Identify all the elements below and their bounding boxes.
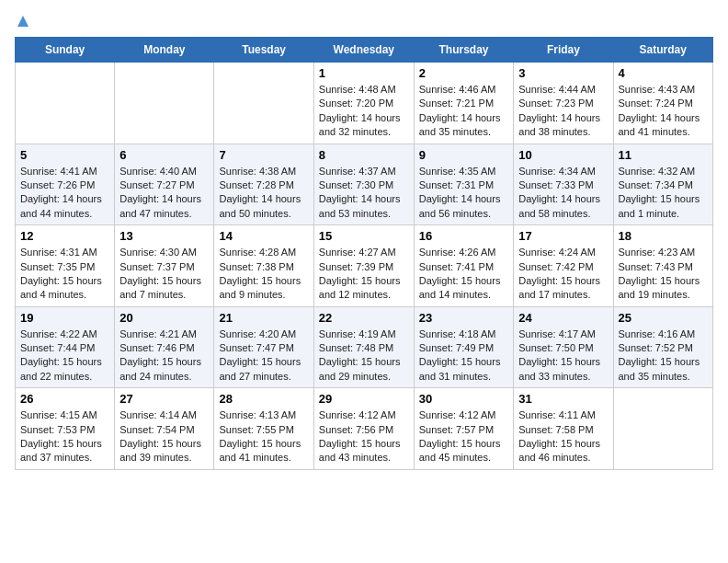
calendar-cell: 14Sunrise: 4:28 AM Sunset: 7:38 PM Dayli…	[214, 225, 313, 307]
day-number: 23	[419, 311, 509, 325]
day-info: Sunrise: 4:34 AM Sunset: 7:33 PM Dayligh…	[518, 165, 608, 222]
calendar-cell: 9Sunrise: 4:35 AM Sunset: 7:31 PM Daylig…	[414, 144, 514, 225]
day-number: 19	[20, 311, 109, 325]
day-header-saturday: Saturday	[613, 38, 713, 63]
day-info: Sunrise: 4:22 AM Sunset: 7:44 PM Dayligh…	[20, 327, 109, 385]
day-info: Sunrise: 4:46 AM Sunset: 7:21 PM Dayligh…	[419, 83, 509, 140]
calendar-cell: 19Sunrise: 4:22 AM Sunset: 7:44 PM Dayli…	[16, 306, 115, 388]
calendar-cell: 4Sunrise: 4:43 AM Sunset: 7:24 PM Daylig…	[613, 63, 713, 144]
day-header-wednesday: Wednesday	[313, 38, 414, 63]
day-number: 9	[419, 148, 509, 162]
day-info: Sunrise: 4:37 AM Sunset: 7:30 PM Dayligh…	[319, 165, 409, 222]
day-number: 27	[119, 392, 209, 406]
day-info: Sunrise: 4:23 AM Sunset: 7:43 PM Dayligh…	[619, 246, 709, 303]
day-info: Sunrise: 4:38 AM Sunset: 7:28 PM Dayligh…	[219, 165, 308, 222]
calendar-cell: 15Sunrise: 4:27 AM Sunset: 7:39 PM Dayli…	[313, 225, 414, 307]
day-info: Sunrise: 4:44 AM Sunset: 7:23 PM Dayligh…	[518, 83, 608, 140]
day-info: Sunrise: 4:27 AM Sunset: 7:39 PM Dayligh…	[319, 246, 409, 303]
calendar-table: SundayMondayTuesdayWednesdayThursdayFrid…	[15, 37, 713, 470]
calendar-cell	[16, 63, 115, 144]
day-number: 5	[20, 148, 109, 162]
day-info: Sunrise: 4:12 AM Sunset: 7:57 PM Dayligh…	[419, 408, 509, 465]
calendar-cell: 22Sunrise: 4:19 AM Sunset: 7:48 PM Dayli…	[313, 306, 414, 388]
calendar-cell: 30Sunrise: 4:12 AM Sunset: 7:57 PM Dayli…	[414, 388, 514, 470]
day-number: 4	[619, 66, 709, 80]
calendar-cell: 12Sunrise: 4:31 AM Sunset: 7:35 PM Dayli…	[16, 225, 115, 307]
calendar-cell: 10Sunrise: 4:34 AM Sunset: 7:33 PM Dayli…	[514, 144, 613, 225]
day-number: 31	[518, 392, 608, 406]
svg-marker-0	[17, 16, 28, 27]
day-number: 16	[419, 229, 509, 243]
calendar-cell: 16Sunrise: 4:26 AM Sunset: 7:41 PM Dayli…	[414, 225, 514, 307]
day-info: Sunrise: 4:35 AM Sunset: 7:31 PM Dayligh…	[419, 165, 509, 222]
calendar-cell: 8Sunrise: 4:37 AM Sunset: 7:30 PM Daylig…	[313, 144, 414, 225]
day-number: 15	[319, 229, 409, 243]
day-info: Sunrise: 4:31 AM Sunset: 7:35 PM Dayligh…	[20, 246, 109, 303]
day-number: 28	[219, 392, 308, 406]
calendar-cell: 23Sunrise: 4:18 AM Sunset: 7:49 PM Dayli…	[414, 306, 514, 388]
calendar-cell: 2Sunrise: 4:46 AM Sunset: 7:21 PM Daylig…	[414, 63, 514, 144]
day-info: Sunrise: 4:32 AM Sunset: 7:34 PM Dayligh…	[619, 165, 709, 222]
day-number: 13	[119, 229, 209, 243]
day-number: 1	[319, 66, 409, 80]
day-info: Sunrise: 4:21 AM Sunset: 7:46 PM Dayligh…	[119, 327, 209, 385]
day-number: 2	[419, 66, 509, 80]
day-number: 24	[518, 311, 608, 325]
day-number: 18	[619, 229, 709, 243]
calendar-week-1: 1Sunrise: 4:48 AM Sunset: 7:20 PM Daylig…	[16, 63, 713, 144]
day-number: 3	[518, 66, 608, 80]
logo-arrow-icon	[17, 15, 29, 31]
day-number: 20	[119, 311, 209, 325]
day-number: 29	[319, 392, 409, 406]
calendar-cell: 13Sunrise: 4:30 AM Sunset: 7:37 PM Dayli…	[115, 225, 214, 307]
day-info: Sunrise: 4:24 AM Sunset: 7:42 PM Dayligh…	[518, 246, 608, 303]
day-number: 26	[20, 392, 109, 406]
day-info: Sunrise: 4:18 AM Sunset: 7:49 PM Dayligh…	[419, 327, 509, 385]
day-number: 7	[219, 148, 308, 162]
day-number: 21	[219, 311, 308, 325]
calendar-cell: 28Sunrise: 4:13 AM Sunset: 7:55 PM Dayli…	[214, 388, 313, 470]
day-info: Sunrise: 4:17 AM Sunset: 7:50 PM Dayligh…	[518, 327, 608, 385]
day-info: Sunrise: 4:11 AM Sunset: 7:58 PM Dayligh…	[518, 408, 608, 465]
calendar-cell: 25Sunrise: 4:16 AM Sunset: 7:52 PM Dayli…	[613, 306, 713, 388]
day-number: 25	[619, 311, 709, 325]
calendar-cell: 17Sunrise: 4:24 AM Sunset: 7:42 PM Dayli…	[514, 225, 613, 307]
day-number: 17	[518, 229, 608, 243]
day-info: Sunrise: 4:14 AM Sunset: 7:54 PM Dayligh…	[119, 408, 209, 465]
calendar-cell: 21Sunrise: 4:20 AM Sunset: 7:47 PM Dayli…	[214, 306, 313, 388]
day-number: 11	[619, 148, 709, 162]
calendar-cell: 3Sunrise: 4:44 AM Sunset: 7:23 PM Daylig…	[514, 63, 613, 144]
calendar-cell: 24Sunrise: 4:17 AM Sunset: 7:50 PM Dayli…	[514, 306, 613, 388]
day-info: Sunrise: 4:40 AM Sunset: 7:27 PM Dayligh…	[119, 165, 209, 222]
calendar-cell	[214, 63, 313, 144]
day-number: 10	[518, 148, 608, 162]
day-info: Sunrise: 4:41 AM Sunset: 7:26 PM Dayligh…	[20, 165, 109, 222]
day-header-thursday: Thursday	[414, 38, 514, 63]
day-info: Sunrise: 4:43 AM Sunset: 7:24 PM Dayligh…	[619, 83, 709, 140]
calendar-cell: 29Sunrise: 4:12 AM Sunset: 7:56 PM Dayli…	[313, 388, 414, 470]
day-number: 6	[119, 148, 209, 162]
logo	[15, 15, 29, 31]
calendar-cell: 27Sunrise: 4:14 AM Sunset: 7:54 PM Dayli…	[115, 388, 214, 470]
calendar-cell: 5Sunrise: 4:41 AM Sunset: 7:26 PM Daylig…	[16, 144, 115, 225]
day-info: Sunrise: 4:19 AM Sunset: 7:48 PM Dayligh…	[319, 327, 409, 385]
day-info: Sunrise: 4:48 AM Sunset: 7:20 PM Dayligh…	[319, 83, 409, 140]
day-header-sunday: Sunday	[16, 38, 115, 63]
day-info: Sunrise: 4:13 AM Sunset: 7:55 PM Dayligh…	[219, 408, 308, 465]
calendar-cell	[613, 388, 713, 470]
day-number: 12	[20, 229, 109, 243]
day-info: Sunrise: 4:26 AM Sunset: 7:41 PM Dayligh…	[419, 246, 509, 303]
day-number: 22	[319, 311, 409, 325]
calendar-cell: 31Sunrise: 4:11 AM Sunset: 7:58 PM Dayli…	[514, 388, 613, 470]
calendar-week-5: 26Sunrise: 4:15 AM Sunset: 7:53 PM Dayli…	[16, 388, 713, 470]
day-info: Sunrise: 4:16 AM Sunset: 7:52 PM Dayligh…	[619, 327, 709, 385]
day-header-friday: Friday	[514, 38, 613, 63]
calendar-cell: 11Sunrise: 4:32 AM Sunset: 7:34 PM Dayli…	[613, 144, 713, 225]
calendar-header-row: SundayMondayTuesdayWednesdayThursdayFrid…	[16, 38, 713, 63]
calendar-cell: 26Sunrise: 4:15 AM Sunset: 7:53 PM Dayli…	[16, 388, 115, 470]
header	[15, 15, 713, 31]
calendar-week-2: 5Sunrise: 4:41 AM Sunset: 7:26 PM Daylig…	[16, 144, 713, 225]
day-header-tuesday: Tuesday	[214, 38, 313, 63]
day-info: Sunrise: 4:30 AM Sunset: 7:37 PM Dayligh…	[119, 246, 209, 303]
calendar-cell: 1Sunrise: 4:48 AM Sunset: 7:20 PM Daylig…	[313, 63, 414, 144]
